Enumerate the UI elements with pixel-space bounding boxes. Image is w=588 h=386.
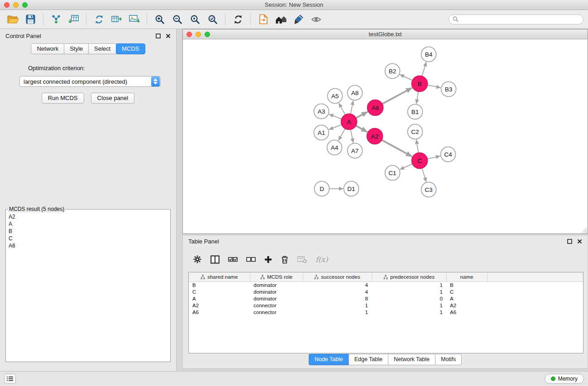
network-node-A4[interactable]: A4 [327, 140, 342, 155]
zoom-out-button[interactable] [169, 12, 186, 27]
network-edge-B-B1[interactable] [416, 91, 418, 104]
import-table-button[interactable] [65, 12, 82, 27]
network-node-D1[interactable]: D1 [344, 181, 359, 196]
network-node-A8[interactable]: A8 [348, 86, 363, 100]
show-hide-button[interactable] [308, 12, 325, 27]
network-node-B4[interactable]: B4 [421, 47, 436, 62]
network-node-A5[interactable]: A5 [328, 89, 343, 104]
network-edge-A2-C[interactable] [382, 140, 412, 157]
tab-mcds[interactable]: MCDS [116, 43, 145, 54]
add-row-button[interactable] [264, 256, 272, 263]
table-row[interactable]: A2connector11A2 [189, 302, 583, 309]
close-panel-icon[interactable] [166, 33, 171, 38]
network-edge-A-A7[interactable] [350, 129, 353, 143]
network-node-B[interactable]: B [412, 76, 428, 92]
delete-row-button[interactable] [281, 255, 289, 264]
zoom-selected-button[interactable] [204, 12, 221, 27]
minimize-window-button[interactable] [13, 2, 19, 8]
table-row[interactable]: Bdominator41B [189, 281, 583, 289]
network-edge-A-A1[interactable] [329, 124, 342, 129]
column-header-successor-nodes[interactable]: successor nodes [303, 272, 372, 281]
tab-node-table[interactable]: Node Table [309, 354, 349, 365]
network-edge-A6-B[interactable] [382, 88, 412, 104]
import-network-button[interactable] [48, 12, 64, 27]
network-node-A[interactable]: A [341, 114, 357, 130]
network-node-C1[interactable]: C1 [385, 166, 400, 181]
function-builder-button[interactable]: f(x) [316, 255, 328, 264]
network-node-B2[interactable]: B2 [385, 64, 400, 79]
zoom-fit-button[interactable] [186, 12, 203, 27]
save-session-button[interactable] [22, 12, 39, 27]
float-table-panel-icon[interactable] [567, 239, 572, 244]
mcds-result-item[interactable]: A2 [9, 213, 167, 220]
memory-button[interactable]: Memory [545, 374, 584, 384]
zoom-window-button[interactable] [22, 2, 28, 8]
network-edge-A-A2[interactable] [356, 126, 367, 132]
first-network-view-button[interactable] [255, 12, 272, 27]
export-table-button[interactable] [108, 12, 125, 27]
network-node-B3[interactable]: B3 [441, 82, 456, 97]
mcds-result-item[interactable]: A6 [9, 242, 167, 249]
close-table-panel-icon[interactable] [577, 239, 582, 244]
close-window-button[interactable] [4, 2, 10, 8]
network-node-C2[interactable]: C2 [408, 124, 423, 139]
tab-motifs[interactable]: Motifs [435, 354, 462, 365]
table-row[interactable]: Adominator80A [189, 295, 583, 302]
network-node-A1[interactable]: A1 [314, 125, 329, 140]
network-node-A2[interactable]: A2 [367, 129, 383, 144]
network-edge-C-C4[interactable] [427, 156, 440, 159]
network-view[interactable]: B4B2BB3A5A8A6B1A3AC2A1A2A4A7CC4C1C3DD1 [183, 39, 588, 234]
table-row[interactable]: Cdominator41C [189, 289, 583, 295]
column-header-name[interactable]: name [446, 272, 487, 281]
delete-table-button[interactable] [297, 255, 307, 263]
tab-edge-table[interactable]: Edge Table [349, 354, 388, 365]
table-row[interactable]: A6connector11A6 [189, 309, 583, 316]
tab-style[interactable]: Style [64, 43, 89, 54]
mcds-result-item[interactable]: A [9, 220, 167, 228]
run-mcds-button[interactable]: Run MCDS [42, 93, 84, 104]
network-window-titlebar[interactable]: testGlobe.txt [183, 29, 588, 39]
zoom-in-button[interactable] [151, 12, 168, 27]
mcds-result-item[interactable]: C [9, 235, 167, 242]
task-history-button[interactable] [4, 374, 16, 384]
export-image-button[interactable] [126, 12, 143, 27]
network-edge-C-C3[interactable] [422, 168, 426, 182]
column-header-shared-name[interactable]: shared name [189, 272, 250, 281]
refresh-button[interactable] [229, 12, 246, 27]
float-panel-icon[interactable] [156, 33, 161, 38]
tab-network-table[interactable]: Network Table [388, 354, 435, 365]
close-network-window-button[interactable] [186, 32, 192, 37]
network-edge-B-B4[interactable] [422, 62, 426, 76]
mcds-result-item[interactable]: B [9, 228, 167, 235]
home-networks-button[interactable] [272, 12, 289, 27]
column-header-mcds-role[interactable]: MCDS role [250, 272, 303, 281]
network-edge-B-B3[interactable] [427, 85, 440, 87]
network-node-B1[interactable]: B1 [408, 105, 423, 119]
show-columns-button[interactable] [210, 255, 220, 264]
zoom-network-window-button[interactable] [205, 32, 210, 37]
column-header-predecessor-nodes[interactable]: predecessor nodes [372, 272, 446, 281]
network-node-C3[interactable]: C3 [421, 182, 436, 197]
export-network-button[interactable] [91, 12, 107, 27]
network-edge-A-A5[interactable] [339, 103, 345, 115]
network-svg[interactable]: B4B2BB3A5A8A6B1A3AC2A1A2A4A7CC4C1C3DD1 [183, 39, 588, 234]
network-node-C4[interactable]: C4 [441, 147, 456, 162]
close-panel-button[interactable]: Close panel [91, 93, 135, 104]
network-node-D[interactable]: D [315, 181, 330, 196]
open-session-button[interactable] [5, 12, 21, 27]
deselect-all-rows-button[interactable] [246, 255, 256, 263]
network-node-C[interactable]: C [412, 153, 428, 169]
tab-select[interactable]: Select [88, 43, 116, 54]
network-node-A7[interactable]: A7 [348, 143, 363, 158]
network-edge-C-C2[interactable] [416, 140, 419, 153]
network-edge-B-B2[interactable] [400, 75, 412, 81]
network-node-A6[interactable]: A6 [368, 100, 383, 116]
network-edge-C-C1[interactable] [400, 164, 412, 169]
network-edge-A-A6[interactable] [356, 112, 368, 118]
minimize-network-window-button[interactable] [196, 32, 201, 37]
node-table[interactable]: shared name MCDS role [188, 272, 583, 353]
network-edge-A-A3[interactable] [329, 114, 342, 119]
select-all-rows-button[interactable] [228, 255, 238, 263]
tab-network[interactable]: Network [31, 43, 64, 54]
apply-style-button[interactable] [290, 12, 307, 27]
